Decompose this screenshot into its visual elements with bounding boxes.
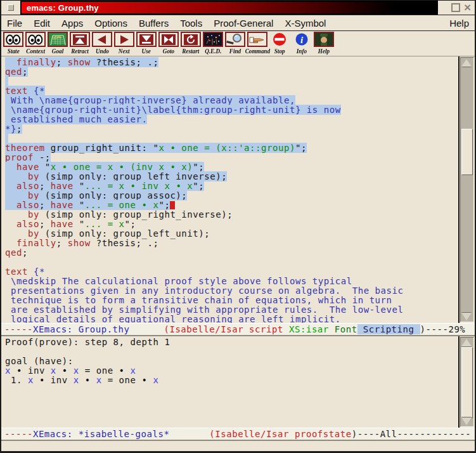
buffer-line: 1. x • inv x • x = one • x [5, 376, 458, 385]
toolbar-button-label: Help [318, 48, 330, 55]
scroll-up-icon[interactable] [461, 339, 472, 346]
script-scrollbar-thumb[interactable] [461, 129, 473, 175]
goals-buffer[interactable]: Proof(prove): step 8, depth 1goal (have)… [1, 336, 458, 428]
restart-icon [181, 32, 201, 47]
toolbar-button-command[interactable]: Command [247, 32, 268, 55]
buffer-line: *}; [5, 124, 458, 134]
buffer-line: by (simp only: group_left_inverse); [5, 172, 458, 181]
eyes-icon [25, 32, 46, 47]
modeline-segment: (Isabelle/Isar proofstate [209, 429, 351, 439]
goals-scrollbar-column [458, 336, 475, 428]
script-scrollbar-column [458, 56, 475, 323]
scroll-down-icon[interactable] [461, 313, 472, 320]
command-hand-icon [247, 32, 267, 47]
buffer-line: by (simp only: group_right_inverse); [5, 210, 458, 220]
title-gradient: emacs: Group.thy [22, 2, 437, 13]
toolbar-button-label: Goal [52, 48, 63, 55]
buffer-line: finally; show ?thesis; .; [5, 58, 458, 67]
toolbar: StateContextGOALGoalRetractUndoNextUseGo… [1, 31, 475, 56]
toolbar-button-goal[interactable]: GOALGoal [47, 32, 68, 55]
toolbar-button-label: Command [245, 48, 269, 55]
toolbar-button-label: Goto [163, 48, 174, 55]
modeline-segment [169, 429, 209, 439]
toolbar-button-find[interactable]: Find [224, 32, 246, 55]
buffer-line [5, 347, 458, 357]
menu-item-tools[interactable]: Tools [174, 18, 208, 29]
toolbar-button-info[interactable]: iInfo [291, 32, 312, 55]
menu-item-options[interactable]: Options [89, 18, 133, 29]
toolbar-button-next[interactable]: Next [113, 32, 135, 55]
menu-item-edit[interactable]: Edit [28, 18, 56, 29]
modeline-segment: XS:isar [289, 324, 335, 334]
use-icon [136, 32, 157, 47]
buffer-line: finally; show ?thesis; .; [5, 239, 458, 248]
maximize-icon[interactable] [451, 3, 460, 12]
toolbar-button-state[interactable]: State [3, 32, 24, 55]
modeline-segment: Scripting [357, 324, 420, 334]
toolbar-button-retract[interactable]: Retract [69, 32, 91, 55]
modeline-segment: Font [335, 324, 357, 334]
scroll-down-icon[interactable] [461, 417, 472, 425]
modeline-segment: XEmacs: Group.thy [33, 324, 130, 334]
window-menu-button[interactable] [8, 4, 14, 11]
title-bar-controls: × [438, 1, 475, 15]
menu-item-buffers[interactable]: Buffers [133, 18, 174, 29]
buffer-line: by (simp only: group_left_unit); [5, 229, 458, 239]
toolbar-button-restart[interactable]: Restart [180, 32, 202, 55]
buffer-line: qed; [5, 248, 458, 258]
toolbar-button-use[interactable]: Use [136, 32, 157, 55]
buffer-line: theorem group_right_unit: "x • one = (x:… [5, 143, 458, 153]
buffer-line: technique is to form a transitive chain … [5, 296, 458, 305]
menu-item-x-symbol[interactable]: X-Symbol [279, 18, 331, 29]
minibuffer[interactable] [1, 441, 475, 451]
toolbar-button-q-e-d[interactable]: Q.E.D. [202, 32, 224, 55]
undo-icon [92, 32, 112, 47]
toolbar-button-label: Use [142, 48, 151, 55]
script-buffer[interactable]: finally; show ?thesis; .;qed;text {* Wit… [1, 56, 458, 323]
window-title: emacs: Group.thy [22, 3, 99, 13]
modeline-segment [130, 324, 164, 334]
toolbar-button-label: Info [297, 48, 307, 55]
modeline-segment: )----29% [420, 324, 466, 334]
toolbar-button-label: Next [119, 48, 130, 55]
menu-item-apps[interactable]: Apps [56, 18, 89, 29]
toolbar-button-label: Stop [274, 48, 285, 55]
buffer-line [5, 134, 458, 143]
toolbar-button-context[interactable]: Context [25, 32, 46, 55]
eyes-icon [3, 32, 23, 47]
buffer-line: With \name{group-right-inverse} already … [5, 96, 458, 105]
toolbar-button-goto[interactable]: Goto [158, 32, 179, 55]
goto-icon [158, 32, 179, 47]
toolbar-button-undo[interactable]: Undo [91, 32, 113, 55]
buffer-line: \medskip The calculational proof style a… [5, 277, 458, 286]
buffer-line: also; have "... = one • x"; [5, 200, 458, 210]
buffer-line: are established by simplifying with appr… [5, 305, 458, 315]
toolbar-button-label: Find [229, 48, 241, 55]
buffer-line: \name{group-right-unit}\label{thm:group-… [5, 105, 458, 115]
goals-scrollbar-thumb[interactable] [461, 347, 473, 417]
buffer-line: x • inv x • x = one • x [5, 366, 458, 376]
menu-bar-items: FileEditAppsOptionsBuffersToolsProof-Gen… [1, 18, 331, 29]
toolbar-button-help[interactable]: Help [313, 32, 335, 55]
buffer-line: text {* [5, 267, 458, 277]
menu-item-help[interactable]: Help [444, 18, 475, 29]
goal-image-icon: GOAL [48, 32, 68, 47]
toolbar-button-label: Retract [71, 48, 89, 55]
toolbar-button-label: Restart [182, 48, 199, 55]
toolbar-button-label: State [8, 48, 20, 55]
toolbar-button-stop[interactable]: Stop [269, 32, 290, 55]
menu-item-file[interactable]: File [1, 18, 28, 29]
modeline-segment: ----- [4, 429, 33, 439]
script-scrollbar[interactable] [460, 57, 474, 322]
modeline-segment: )----All------------- [352, 429, 472, 439]
info-icon: i [292, 32, 312, 47]
buffer-line: text {* [5, 86, 458, 96]
menu-item-proof-general[interactable]: Proof-General [208, 18, 279, 29]
close-icon[interactable]: × [464, 4, 471, 11]
buffer-line: goal (have): [5, 357, 458, 366]
buffer-line: by (simp only: group_assoc); [5, 191, 458, 200]
scroll-up-icon[interactable] [461, 59, 472, 67]
goals-scrollbar[interactable] [460, 337, 474, 427]
help-portrait-icon [314, 32, 334, 47]
xemacs-window: emacs: Group.thy × FileEditAppsOptionsBu… [0, 0, 476, 453]
